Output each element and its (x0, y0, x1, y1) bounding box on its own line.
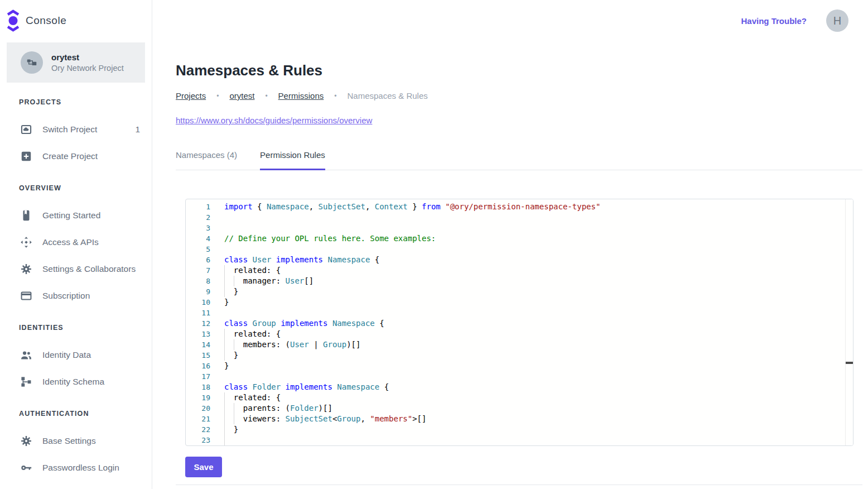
sidebar-item-access-apis[interactable]: Access & APIs (0, 229, 152, 256)
tab-namespaces-4[interactable]: Namespaces (4) (176, 150, 237, 170)
code-line: 9 } (186, 286, 853, 297)
indent-guide (234, 276, 234, 286)
docs-link[interactable]: https://www.ory.sh/docs/guides/permissio… (176, 116, 372, 125)
identity-data-icon (20, 349, 32, 361)
code-line: 22 } (186, 424, 853, 435)
code-text: related: { (224, 265, 853, 276)
having-trouble-link[interactable]: Having Trouble? (741, 16, 807, 26)
sidebar-item-base-settings[interactable]: Base Settings (0, 428, 152, 454)
indent-guide (224, 350, 225, 361)
line-number: 19 (186, 392, 210, 403)
code-line: 10} (186, 297, 853, 308)
indent-guide (234, 339, 234, 350)
project-subtitle: Ory Network Project (51, 64, 124, 73)
sidebar-nav: PROJECTSSwitch Project1Create ProjectOVE… (0, 98, 152, 481)
project-info: orytest Ory Network Project (51, 52, 124, 73)
bottom-divider (176, 485, 862, 485)
user-avatar[interactable]: H (826, 9, 848, 32)
sidebar-item-create-project[interactable]: Create Project (0, 143, 152, 170)
breadcrumb-namespaces-rules: Namespaces & Rules (348, 91, 428, 100)
line-number: 24 (186, 445, 210, 446)
sidebar-item-passwordless-login[interactable]: Passwordless Login (0, 454, 152, 481)
breadcrumb: Projects•orytest•Permissions•Namespaces … (176, 91, 862, 100)
page-title: Namespaces & Rules (176, 62, 862, 79)
section-title: AUTHENTICATION (0, 410, 152, 418)
main-content: Having Trouble? H Namespaces & Rules Pro… (152, 0, 868, 489)
sidebar-item-label: Access & APIs (42, 237, 99, 247)
code-line: 7 related: { (186, 265, 853, 276)
indent-guide (224, 435, 225, 445)
line-number: 17 (186, 371, 210, 382)
indent-guide (224, 265, 225, 276)
line-number: 12 (186, 318, 210, 329)
switch-project-icon (20, 123, 32, 136)
editor-scrollbar[interactable] (845, 199, 853, 445)
code-line: 15 } (186, 350, 853, 361)
line-number: 5 (186, 244, 210, 255)
breadcrumb-permissions[interactable]: Permissions (278, 91, 324, 100)
save-button[interactable]: Save (185, 457, 222, 477)
indent-guide (224, 403, 225, 414)
line-number: 8 (186, 276, 210, 286)
line-number: 2 (186, 212, 210, 223)
code-text: } (224, 361, 853, 371)
code-text: permits = { (224, 445, 853, 446)
code-text: members: (User | Group)[] (224, 339, 853, 350)
indent-guide (234, 403, 234, 414)
access-apis-icon (20, 236, 32, 248)
code-text: related: { (224, 392, 853, 403)
sidebar-item-label: Switch Project (42, 124, 97, 135)
code-line: 24 permits = { (186, 445, 853, 446)
code-editor[interactable]: 1import { Namespace, SubjectSet, Context… (185, 199, 853, 446)
sidebar-item-badge: 1 (135, 124, 140, 135)
code-line: 20 parents: (Folder)[] (186, 403, 853, 414)
sidebar-item-label: Passwordless Login (42, 463, 119, 473)
sidebar-item-subscription[interactable]: Subscription (0, 282, 152, 309)
code-line: 3 (186, 223, 853, 233)
code-text: class Folder implements Namespace { (224, 382, 853, 392)
line-number: 9 (186, 286, 210, 297)
breadcrumb-separator: • (216, 92, 219, 100)
indent-guide (224, 445, 225, 446)
code-line: 13 related: { (186, 329, 853, 339)
indent-guide (234, 414, 234, 424)
line-number: 3 (186, 223, 210, 233)
code-line: 5 (186, 244, 853, 255)
project-avatar (21, 51, 43, 74)
line-number: 1 (186, 202, 210, 212)
code-text: // Define your OPL rules here. Some exam… (224, 233, 853, 244)
tab-permission-rules[interactable]: Permission Rules (260, 150, 325, 170)
sidebar-item-label: Base Settings (42, 436, 96, 446)
code-text: } (224, 424, 853, 435)
line-number: 22 (186, 424, 210, 435)
code-text: class User implements Namespace { (224, 255, 853, 265)
sidebar-item-label: Subscription (42, 291, 90, 301)
sidebar-item-settings-collaborators[interactable]: Settings & Collaborators (0, 256, 152, 282)
breadcrumb-orytest[interactable]: orytest (229, 91, 254, 100)
breadcrumb-separator: • (334, 92, 336, 100)
code-line: 4// Define your OPL rules here. Some exa… (186, 233, 853, 244)
code-line: 14 members: (User | Group)[] (186, 339, 853, 350)
line-number: 21 (186, 414, 210, 424)
sidebar-item-identity-schema[interactable]: Identity Schema (0, 368, 152, 395)
line-number: 11 (186, 308, 210, 318)
sidebar-item-identity-data[interactable]: Identity Data (0, 342, 152, 368)
breadcrumb-projects[interactable]: Projects (176, 91, 206, 100)
passwordless-login-icon (20, 462, 32, 474)
line-number: 13 (186, 329, 210, 339)
brand: Console (0, 0, 152, 33)
line-number: 6 (186, 255, 210, 265)
section-title: PROJECTS (0, 98, 152, 107)
project-switcher-card[interactable]: orytest Ory Network Project (7, 42, 145, 83)
sidebar-item-switch-project[interactable]: Switch Project1 (0, 116, 152, 143)
indent-guide (224, 286, 225, 297)
base-settings-icon (20, 435, 32, 447)
code-text: viewers: SubjectSet<Group, "members">[] (224, 414, 853, 424)
ory-console-app: Console orytest Ory Network Project PROJ… (0, 0, 868, 489)
ory-logo-icon (6, 9, 21, 32)
indent-guide (224, 339, 225, 350)
line-number: 18 (186, 382, 210, 392)
nav-section-authentication: AUTHENTICATIONBase SettingsPasswordless … (0, 410, 152, 481)
sidebar-item-getting-started[interactable]: Getting Started (0, 202, 152, 229)
code-line: 21 viewers: SubjectSet<Group, "members">… (186, 414, 853, 424)
